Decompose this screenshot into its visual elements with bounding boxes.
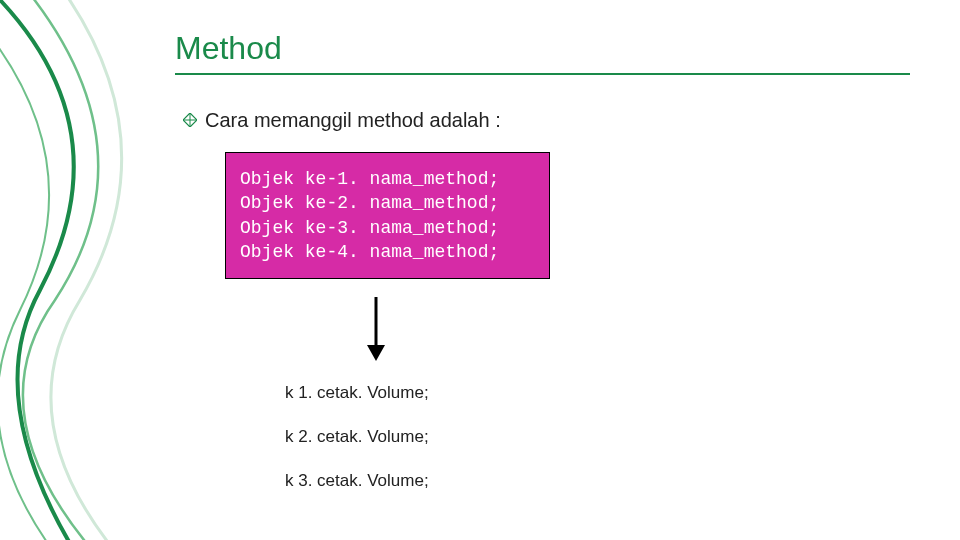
arrow-down-icon — [365, 295, 915, 369]
example-line: k 2. cetak. Volume; — [285, 427, 915, 447]
slide-content: Method Cara memanggil method adalah : Ob… — [175, 30, 915, 515]
decorative-curves — [0, 0, 160, 540]
example-list: k 1. cetak. Volume; k 2. cetak. Volume; … — [285, 383, 915, 491]
code-line: Objek ke-1. nama_method; — [240, 167, 535, 191]
title-underline — [175, 73, 910, 75]
bullet-row: Cara memanggil method adalah : — [183, 109, 915, 132]
example-line: k 1. cetak. Volume; — [285, 383, 915, 403]
code-line: Objek ke-3. nama_method; — [240, 216, 535, 240]
bullet-text: Cara memanggil method adalah : — [205, 109, 501, 132]
example-line: k 3. cetak. Volume; — [285, 471, 915, 491]
code-box: Objek ke-1. nama_method; Objek ke-2. nam… — [225, 152, 550, 279]
code-line: Objek ke-2. nama_method; — [240, 191, 535, 215]
diamond-bullet-icon — [183, 113, 197, 127]
slide-title: Method — [175, 30, 915, 67]
code-line: Objek ke-4. nama_method; — [240, 240, 535, 264]
